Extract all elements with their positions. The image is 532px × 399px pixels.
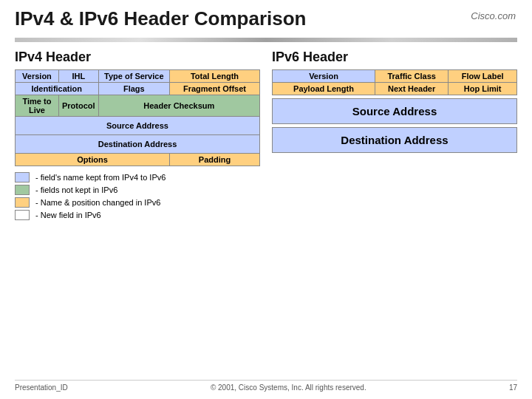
legend: - field's name kept from IPv4 to IPv6 - …	[15, 172, 260, 220]
copyright: © 2001, Cisco Systems, Inc. All rights r…	[211, 383, 366, 392]
cisco-logo: Cisco.com	[471, 10, 516, 21]
divider-bar	[15, 38, 517, 42]
presentation-id: Presentation_ID	[15, 383, 68, 392]
legend-item-1: - field's name kept from IPv4 to IPv6	[15, 172, 260, 183]
legend-box-3	[15, 197, 30, 208]
ipv4-checksum-cell: Header Checksum	[98, 95, 259, 117]
ipv6-dest-address: Destination Address	[272, 127, 517, 153]
ipv4-totallength-cell: Total Length	[169, 70, 259, 83]
ipv4-fragment-cell: Fragment Offset	[169, 83, 259, 95]
main-content: IPv4 Header Version IHL Type of Service …	[15, 50, 517, 380]
ipv6-version-cell: Version	[273, 70, 375, 83]
footer: Presentation_ID © 2001, Cisco Systems, I…	[15, 380, 517, 392]
legend-item-4: - New field in IPv6	[15, 210, 260, 220]
ipv4-row-3: Time to Live Protocol Header Checksum	[16, 95, 260, 117]
ipv4-row-4: Source Address	[16, 117, 260, 135]
page-title: IPv4 & IPv6 Header Comparison	[15, 7, 306, 30]
legend-box-4	[15, 210, 30, 220]
legend-item-2: - fields not kept in IPv6	[15, 185, 260, 195]
ipv6-row-2: Payload Length Next Header Hop Limit	[273, 83, 517, 95]
legend-label-1: - field's name kept from IPv4 to IPv6	[35, 173, 166, 182]
ipv4-table: Version IHL Type of Service Total Length…	[15, 69, 260, 166]
ipv4-row-2: Identification Flags Fragment Offset	[16, 83, 260, 95]
legend-label-4: - New field in IPv6	[35, 211, 101, 219]
legend-box-2	[15, 185, 30, 195]
ipv6-section: IPv6 Header Version Traffic Class Flow L…	[272, 50, 517, 380]
ipv4-ihl-cell: IHL	[58, 70, 98, 83]
ipv4-identification-cell: Identification	[16, 83, 99, 95]
ipv4-section: IPv4 Header Version IHL Type of Service …	[15, 50, 260, 380]
ipv4-tos-cell: Type of Service	[98, 70, 169, 83]
ipv6-table: Version Traffic Class Flow Label Payload…	[272, 69, 517, 95]
ipv6-hoplimit-cell: Hop Limit	[449, 83, 517, 95]
ipv4-row-1: Version IHL Type of Service Total Length	[16, 70, 260, 83]
page-number: 17	[509, 383, 517, 392]
ipv6-flowlabel-cell: Flow Label	[449, 70, 517, 83]
ipv4-source-cell: Source Address	[16, 117, 260, 135]
ipv4-options-cell: Options	[16, 154, 170, 166]
ipv6-payloadlength-cell: Payload Length	[273, 83, 375, 95]
ipv4-dest-cell: Destination Address	[16, 135, 260, 154]
page: IPv4 & IPv6 Header Comparison Cisco.com …	[0, 0, 532, 399]
ipv4-padding-cell: Padding	[169, 154, 259, 166]
ipv4-row-6: Options Padding	[16, 154, 260, 166]
ipv4-row-5: Destination Address	[16, 135, 260, 154]
legend-box-1	[15, 172, 30, 183]
ipv4-title: IPv4 Header	[15, 50, 260, 65]
ipv4-flags-cell: Flags	[98, 83, 169, 95]
legend-label-3: - Name & position changed in IPv6	[35, 198, 160, 207]
ipv6-title: IPv6 Header	[272, 50, 517, 65]
ipv4-ttl-cell: Time to Live	[16, 95, 59, 117]
ipv4-protocol-cell: Protocol	[58, 95, 98, 117]
ipv4-version-cell: Version	[16, 70, 59, 83]
ipv6-row-1: Version Traffic Class Flow Label	[273, 70, 517, 83]
ipv6-nextheader-cell: Next Header	[375, 83, 449, 95]
ipv6-source-address: Source Address	[272, 98, 517, 124]
ipv6-trafficclass-cell: Traffic Class	[375, 70, 449, 83]
legend-label-2: - fields not kept in IPv6	[35, 185, 117, 194]
legend-item-3: - Name & position changed in IPv6	[15, 197, 260, 208]
